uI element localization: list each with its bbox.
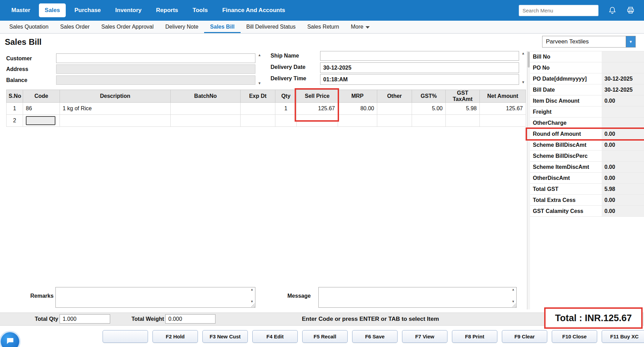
menu-purchase[interactable]: Purchase <box>68 3 107 17</box>
remarks-label: Remarks <box>30 293 54 299</box>
summary-row-scheme-itemdiscamt: Scheme ItemDiscAmt 0.00 <box>530 162 644 173</box>
summary-value[interactable] <box>602 118 644 128</box>
cell-mrp[interactable] <box>338 115 377 127</box>
scroll-down-icon[interactable]: ▼ <box>258 82 261 85</box>
summary-row-total-gst: Total GST 5.98 <box>530 184 644 195</box>
menu-reports[interactable]: Reports <box>150 3 184 17</box>
f3-new-cust-button[interactable]: F3 New Cust <box>202 330 248 343</box>
tab-sales-order-approval[interactable]: Sales Order Approval <box>95 21 159 33</box>
cell-gst-pct[interactable]: 5.00 <box>412 103 446 115</box>
summary-value[interactable]: 30-12-2025 <box>602 84 644 95</box>
message-textarea[interactable] <box>319 287 516 307</box>
customer-input[interactable] <box>56 53 255 63</box>
cell-gst-taxamt[interactable] <box>446 115 480 127</box>
cell-expdt[interactable] <box>241 103 275 115</box>
cell-other[interactable] <box>377 115 412 127</box>
scroll-up-icon[interactable]: ▲ <box>258 53 261 57</box>
f10-close-button[interactable]: F10 Close <box>552 330 597 343</box>
scroll-down-icon[interactable]: ▼ <box>521 81 525 84</box>
summary-value[interactable]: 0.00 <box>602 129 644 139</box>
menu-inventory[interactable]: Inventory <box>109 3 148 17</box>
message-scrollbar[interactable]: ▲▼ <box>511 288 516 303</box>
summary-value[interactable] <box>602 51 644 62</box>
cell-batchno[interactable] <box>171 103 241 115</box>
cell-mrp[interactable]: 80.00 <box>338 103 377 115</box>
summary-row-po-no: PO No <box>530 62 644 73</box>
ship-scrollbar[interactable]: ▲ ▼ <box>520 52 526 84</box>
f6-save-button[interactable]: F6 Save <box>352 330 398 343</box>
menu-tools[interactable]: Tools <box>187 3 214 17</box>
f9-clear-button[interactable]: F9 Clear <box>502 330 547 343</box>
cell-qty[interactable] <box>275 115 297 127</box>
summary-label: Scheme BillDiscPerc <box>530 151 602 161</box>
chat-launcher-button[interactable] <box>1 332 19 347</box>
cell-net-amount[interactable]: 125.67 <box>480 103 526 115</box>
cell-other[interactable] <box>377 103 412 115</box>
printer-icon[interactable] <box>626 6 635 14</box>
f7-view-button[interactable]: F7 View <box>402 330 447 343</box>
balance-input[interactable] <box>56 75 255 85</box>
menu-finance-accounts[interactable]: Finance And Accounts <box>217 3 291 17</box>
tab-bill-delivered-status[interactable]: Bill Delivered Status <box>241 21 302 33</box>
cell-gst-taxamt[interactable]: 5.98 <box>446 103 480 115</box>
f8-print-button[interactable]: F8 Print <box>452 330 497 343</box>
scrollbar-thumb[interactable] <box>528 52 530 68</box>
summary-value[interactable]: 30-12-2025 <box>602 73 644 84</box>
tab-sales-order[interactable]: Sales Order <box>54 21 95 33</box>
total-qty-input[interactable] <box>60 314 110 324</box>
summary-value[interactable] <box>602 106 644 117</box>
summary-value[interactable]: 0.00 <box>602 173 644 183</box>
menu-sales[interactable]: Sales <box>39 3 66 17</box>
col-sell-price: Sell Price <box>297 90 338 103</box>
cell-description[interactable]: 1 kg of Rice <box>60 103 171 115</box>
cell-sell-price[interactable] <box>297 115 338 127</box>
cell-expdt[interactable] <box>241 115 275 127</box>
company-select[interactable]: Parveen Textiles ▼ <box>542 36 636 48</box>
remarks-scrollbar[interactable]: ▲▼ <box>250 288 254 303</box>
cell-sno[interactable]: 2 <box>7 115 23 127</box>
summary-value[interactable]: 0.00 <box>602 162 644 172</box>
address-input[interactable] <box>56 64 255 74</box>
delivery-date-label: Delivery Date <box>271 64 305 70</box>
cell-sell-price[interactable]: 125.67 <box>297 103 338 115</box>
cell-qty[interactable]: 1 <box>275 103 297 115</box>
tab-sales-bill[interactable]: Sales Bill <box>204 21 240 33</box>
cell-batchno[interactable] <box>171 115 241 127</box>
f5-recall-button[interactable]: F5 Recall <box>302 330 348 343</box>
code-entry-input[interactable] <box>26 116 55 125</box>
f11-buy-button[interactable]: F11 Buy XC <box>602 330 644 343</box>
summary-label: Total Extra Cess <box>530 195 602 205</box>
summary-value[interactable]: 0.00 <box>602 140 644 150</box>
customer-scrollbar[interactable]: ▲ ▼ <box>257 53 262 85</box>
tab-delivery-note[interactable]: Delivery Note <box>159 21 204 33</box>
tab-sales-return[interactable]: Sales Return <box>302 21 345 33</box>
tab-more[interactable]: More <box>345 21 375 33</box>
ship-name-input[interactable] <box>320 51 519 61</box>
delivery-time-input[interactable] <box>320 74 519 85</box>
cell-gst-pct[interactable] <box>412 115 446 127</box>
summary-value[interactable]: 0.00 <box>602 95 644 106</box>
f1-blank-button[interactable] <box>103 330 148 343</box>
scroll-up-icon[interactable]: ▲ <box>521 52 525 55</box>
tab-sales-quotation[interactable]: Sales Quotation <box>3 21 54 33</box>
summary-row-gst-calamity-cess: GST Calamity Cess 0.00 <box>530 206 644 217</box>
cell-net-amount[interactable] <box>480 115 526 127</box>
summary-value[interactable] <box>602 62 644 73</box>
delivery-date-input[interactable] <box>320 62 519 73</box>
total-weight-input[interactable] <box>165 314 215 324</box>
f2-hold-button[interactable]: F2 Hold <box>152 330 198 343</box>
grid-row-1: 1 86 1 kg of Rice 1 125.67 80.00 5.00 5.… <box>7 103 526 115</box>
summary-scrollbar[interactable] <box>527 51 530 309</box>
summary-value[interactable] <box>602 151 644 161</box>
f4-edit-button[interactable]: F4 Edit <box>252 330 298 343</box>
remarks-textarea[interactable] <box>56 287 255 307</box>
cell-code[interactable]: 86 <box>23 103 60 115</box>
summary-label: Bill Date <box>530 84 602 95</box>
menu-master[interactable]: Master <box>6 3 36 17</box>
cell-description[interactable] <box>60 115 171 127</box>
search-menu-input[interactable] <box>519 5 599 16</box>
notifications-bell-icon[interactable] <box>608 6 616 15</box>
cell-sno[interactable]: 1 <box>7 103 23 115</box>
company-dropdown-arrow-icon[interactable]: ▼ <box>626 36 635 47</box>
grid-header-row: S.No Code Description BatchNo Exp Dt Qty… <box>7 90 526 103</box>
